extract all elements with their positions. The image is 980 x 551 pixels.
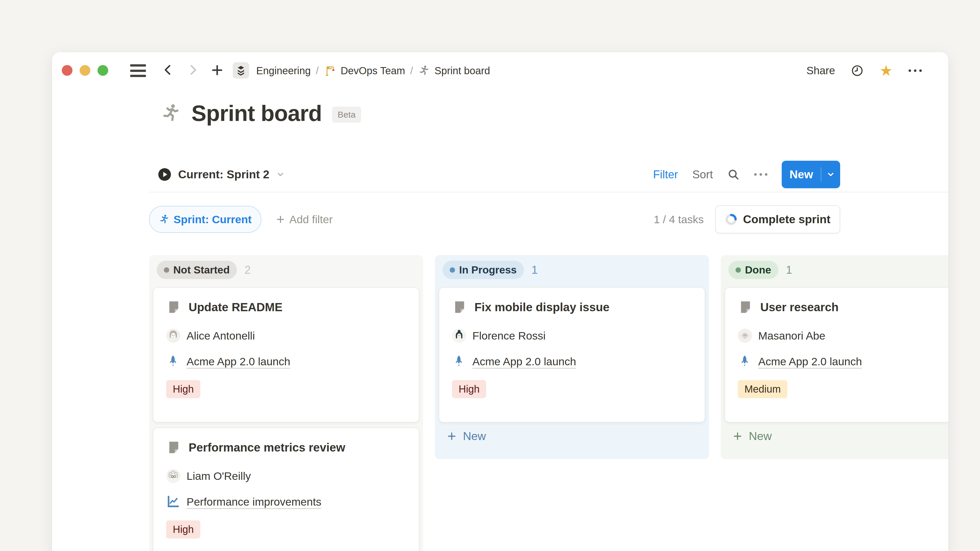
board-column-done: Done 1 User research Masanori Abe (721, 255, 948, 459)
avatar (166, 469, 180, 483)
status-badge[interactable]: In Progress (442, 261, 524, 279)
add-card-label: New (749, 430, 772, 443)
search-icon[interactable] (727, 168, 740, 181)
column-count: 1 (786, 264, 792, 276)
breadcrumb-separator: / (316, 65, 319, 76)
sidebar-toggle-hamburger-icon[interactable] (130, 64, 146, 77)
add-card-label: New (463, 430, 486, 443)
progress-ring-icon (725, 213, 737, 225)
beta-badge: Beta (332, 106, 361, 123)
filter-button[interactable]: Filter (653, 168, 678, 181)
rocket-icon (166, 354, 180, 368)
page-title[interactable]: Sprint board (191, 100, 322, 126)
priority-badge: Medium (738, 380, 788, 398)
project-link[interactable]: Performance improvements (186, 495, 321, 508)
priority-badge: High (166, 380, 200, 398)
plus-icon (732, 431, 743, 441)
page-icon (166, 300, 181, 315)
view-toolbar-actions: Filter Sort New (653, 160, 840, 189)
add-filter-button[interactable]: Add filter (275, 213, 333, 226)
column-header: In Progress 1 (442, 261, 538, 279)
rocket-icon (738, 354, 752, 368)
assignee-name: Alice Antonelli (186, 330, 255, 342)
priority-badge: High (452, 380, 486, 398)
breadcrumb-label: DevOps Team (341, 65, 405, 76)
breadcrumb-sprint-board[interactable]: Sprint board (418, 65, 490, 76)
board-column-in-progress: In Progress 1 Fix mobile display issue F… (435, 255, 709, 459)
page-icon (738, 300, 753, 315)
project-link[interactable]: Acme App 2.0 launch (758, 355, 862, 368)
breadcrumb-devops-team[interactable]: DevOps Team (324, 65, 405, 77)
column-header: Not Started 2 (157, 261, 251, 279)
page-header: Sprint board Beta (160, 97, 361, 129)
assignee-name: Masanori Abe (758, 330, 825, 342)
tasks-summary: 1 / 4 tasks (654, 213, 703, 226)
avatar (166, 329, 180, 343)
column-count: 1 (531, 264, 538, 276)
status-badge[interactable]: Not Started (157, 261, 237, 279)
task-card-performance-metrics-review[interactable]: Performance metrics review Liam O'Reilly (153, 427, 419, 551)
chevron-down-icon (826, 170, 835, 179)
assignee-name: Florence Rossi (473, 330, 546, 342)
rocket-icon (452, 354, 466, 368)
breadcrumb-engineering[interactable]: Engineering (256, 65, 311, 76)
plus-icon (447, 431, 457, 441)
status-label: In Progress (459, 264, 517, 276)
view-switcher[interactable]: Current: Sprint 2 (158, 160, 285, 189)
add-filter-label: Add filter (290, 213, 333, 226)
teamspace-icon[interactable] (233, 62, 249, 79)
current-sprint-view-label: Current: Sprint 2 (178, 168, 269, 181)
page-runner-icon[interactable] (160, 103, 181, 124)
favorite-star-icon[interactable]: ★ (880, 63, 893, 78)
chevron-right-icon (186, 63, 200, 76)
toolbar-divider (149, 192, 948, 192)
status-label: Not Started (173, 264, 230, 276)
breadcrumb-separator: / (410, 65, 413, 76)
sprint-filter-chip[interactable]: Sprint: Current (149, 206, 261, 233)
view-more-options-icon[interactable] (754, 173, 767, 176)
card-title: Fix mobile display issue (474, 300, 609, 314)
share-button[interactable]: Share (807, 65, 835, 77)
column-header: Done 1 (729, 261, 792, 279)
runner-icon (159, 214, 169, 225)
desktop-background: { "topbar": { "separator": "/", "breadcr… (0, 0, 980, 551)
page-icon (166, 440, 181, 455)
close-window-button[interactable] (62, 65, 73, 76)
avatar (738, 329, 752, 343)
page-icon (452, 300, 467, 315)
card-title: Update README (189, 300, 283, 314)
add-card-button[interactable]: New (732, 430, 772, 443)
zoom-window-button[interactable] (97, 65, 108, 76)
play-circle-icon (158, 168, 172, 181)
card-title: User research (760, 300, 838, 314)
board-column-not-started: Not Started 2 Update README Alice Antone… (149, 255, 423, 551)
task-card-user-research[interactable]: User research Masanori Abe Acme App 2.0 … (724, 287, 948, 422)
runner-icon (418, 65, 430, 76)
complete-sprint-button[interactable]: Complete sprint (715, 205, 840, 233)
project-link[interactable]: Acme App 2.0 launch (186, 355, 290, 368)
project-link[interactable]: Acme App 2.0 launch (473, 355, 576, 368)
status-dot-icon (450, 267, 455, 273)
new-button-label: New (782, 168, 821, 181)
status-dot-icon (735, 267, 741, 273)
nav-back-button[interactable] (161, 63, 175, 78)
topbar-actions: Share ★ (807, 62, 922, 79)
new-button-dropdown[interactable] (821, 170, 840, 179)
avatar (452, 329, 466, 343)
layers-icon (235, 65, 247, 76)
nav-forward-button[interactable] (186, 63, 200, 78)
add-card-button[interactable]: New (447, 430, 486, 443)
sprint-progress: 1 / 4 tasks Complete sprint (654, 205, 840, 233)
task-card-fix-mobile-display-issue[interactable]: Fix mobile display issue Florence Rossi … (439, 287, 705, 422)
updates-clock-icon[interactable] (851, 64, 864, 77)
sort-button[interactable]: Sort (692, 168, 713, 181)
new-page-button[interactable] (210, 63, 224, 78)
task-card-update-readme[interactable]: Update README Alice Antonelli Acme App 2… (153, 287, 419, 422)
new-task-button[interactable]: New (782, 161, 840, 188)
breadcrumb-label: Engineering (256, 65, 311, 76)
complete-sprint-label: Complete sprint (743, 213, 830, 226)
status-badge[interactable]: Done (729, 261, 778, 279)
more-options-icon[interactable] (908, 69, 922, 72)
minimize-window-button[interactable] (80, 65, 90, 76)
line-chart-icon (166, 495, 180, 509)
